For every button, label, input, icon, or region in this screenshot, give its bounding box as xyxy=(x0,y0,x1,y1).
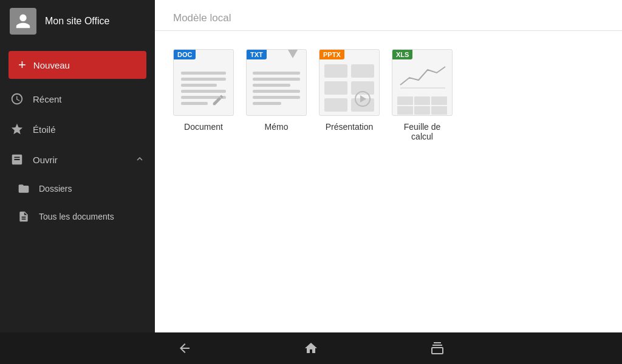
open-label: Ouvrir xyxy=(33,155,126,165)
txt-badge: TXT xyxy=(247,50,267,59)
xls-thumbnail: XLS xyxy=(392,49,453,116)
xls-cell xyxy=(397,106,413,115)
doc-thumbnail: DOC xyxy=(173,49,234,116)
recents-button[interactable] xyxy=(426,337,448,359)
content-area: Modèle local DOC Document xyxy=(155,0,622,332)
template-doc[interactable]: DOC Document xyxy=(173,49,234,132)
xls-cell xyxy=(414,106,430,115)
folder-icon xyxy=(17,182,30,195)
star-icon xyxy=(10,122,24,136)
clock-icon xyxy=(10,92,24,106)
xls-badge: XLS xyxy=(392,50,412,59)
sidebar-item-folders[interactable]: Dossiers xyxy=(0,175,155,203)
home-button[interactable] xyxy=(300,337,322,359)
xls-cell xyxy=(431,96,447,105)
pptx-badge: PPTX xyxy=(320,50,344,59)
folders-label: Dossiers xyxy=(39,184,72,194)
starred-label: Étoilé xyxy=(33,124,145,135)
recent-label: Récent xyxy=(33,94,145,104)
section-title: Modèle local xyxy=(173,12,231,24)
doc-badge: DOC xyxy=(174,50,196,59)
doc-line xyxy=(181,84,217,87)
template-memo[interactable]: TXT Mémo xyxy=(246,49,307,132)
pptx-cell xyxy=(324,64,347,78)
new-button-label: Nouveau xyxy=(33,60,70,70)
plus-icon: + xyxy=(18,58,26,72)
bottom-nav-bar xyxy=(0,332,622,364)
chart-icon xyxy=(397,61,448,91)
memo-bookmark xyxy=(288,50,298,58)
pptx-label: Présentation xyxy=(326,122,374,132)
memo-line xyxy=(253,96,300,99)
new-button[interactable]: + Nouveau xyxy=(9,51,146,79)
doc-line xyxy=(181,102,208,105)
sidebar: Mon site Office + Nouveau Récent Étoilé xyxy=(0,0,155,332)
xls-label: Feuille de calcul xyxy=(392,122,453,141)
memo-line xyxy=(253,72,300,75)
doc-line xyxy=(181,78,226,81)
sidebar-item-recent[interactable]: Récent xyxy=(0,84,155,114)
xls-cell xyxy=(414,96,430,105)
back-button[interactable] xyxy=(174,337,196,359)
sidebar-item-starred[interactable]: Étoilé xyxy=(0,114,155,144)
sidebar-item-all-docs[interactable]: Tous les documents xyxy=(0,203,155,231)
template-xls[interactable]: XLS xyxy=(392,49,453,141)
memo-line xyxy=(253,102,281,105)
memo-line xyxy=(253,84,290,87)
play-icon xyxy=(355,91,371,107)
site-title: Mon site Office xyxy=(45,15,109,28)
doc-label: Document xyxy=(184,122,223,132)
pptx-thumbnail: PPTX xyxy=(319,49,380,116)
xls-row xyxy=(397,106,447,115)
sidebar-nav: + Nouveau Récent Étoilé xyxy=(0,42,155,234)
avatar xyxy=(10,8,36,35)
open-icon xyxy=(10,152,24,167)
memo-line xyxy=(253,78,300,81)
pptx-cell xyxy=(351,64,374,78)
document-icon xyxy=(17,210,30,223)
doc-line xyxy=(181,90,226,93)
memo-label: Mémo xyxy=(265,122,289,132)
pptx-row xyxy=(324,64,374,78)
sidebar-header: Mon site Office xyxy=(0,0,155,42)
content-header: Modèle local xyxy=(155,0,622,31)
xls-cell xyxy=(431,106,447,115)
chevron-up-icon xyxy=(134,153,145,166)
pen-icon xyxy=(211,93,225,107)
xls-row xyxy=(397,96,447,105)
templates-grid: DOC Document TXT xyxy=(155,31,622,160)
pptx-cell xyxy=(324,81,347,95)
doc-line xyxy=(181,72,226,75)
pptx-cell xyxy=(324,98,347,112)
memo-lines xyxy=(247,55,306,111)
template-pptx[interactable]: PPTX xyxy=(319,49,380,132)
all-docs-label: Tous les documents xyxy=(39,212,114,221)
xls-cell xyxy=(397,96,413,105)
memo-line xyxy=(253,90,300,93)
memo-thumbnail: TXT xyxy=(246,49,307,116)
sidebar-item-open[interactable]: Ouvrir xyxy=(0,144,155,175)
